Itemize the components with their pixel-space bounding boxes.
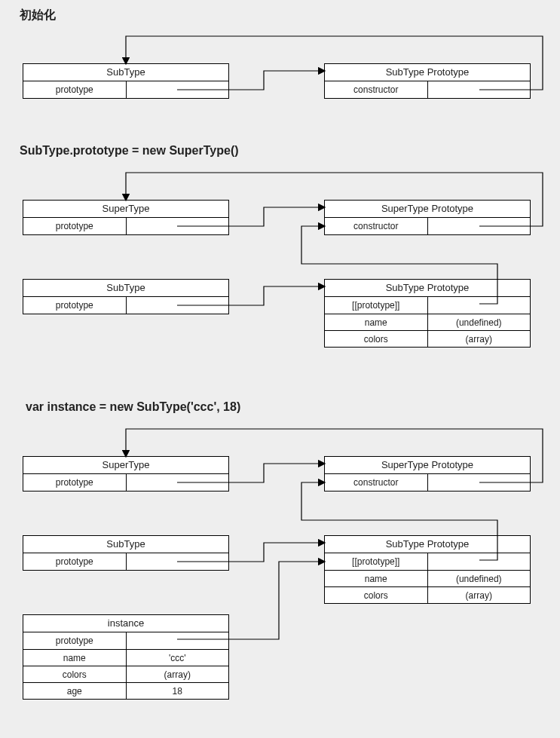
section2-title: SubType.prototype = new SuperType() bbox=[20, 144, 239, 158]
section1-title: 初始化 bbox=[20, 8, 56, 23]
s2-super-left-title: SuperType bbox=[23, 201, 228, 218]
s2-sub-right-r0k: [[prototype]] bbox=[325, 297, 428, 314]
s3-sub-right-title: SubType Prototype bbox=[325, 536, 530, 553]
s1-proto-box: SubType Prototype constructor bbox=[324, 63, 531, 99]
s2-sub-right-r1v: (undefined) bbox=[428, 314, 531, 330]
s2-sub-left-val bbox=[127, 297, 229, 314]
s3-sub-left-title: SubType bbox=[23, 536, 228, 553]
s3-inst-r1v: 'ccc' bbox=[127, 650, 229, 666]
s1-proto-prop-key: constructor bbox=[325, 81, 428, 98]
s3-super-right: SuperType Prototype constructor bbox=[324, 456, 531, 491]
s1-subtype-prop-key: prototype bbox=[23, 81, 127, 98]
s3-super-left-title: SuperType bbox=[23, 457, 228, 474]
s3-super-right-key: constructor bbox=[325, 474, 428, 491]
s3-sub-right-r2k: colors bbox=[325, 587, 428, 603]
s1-subtype-title: SubType bbox=[23, 64, 228, 81]
s2-sub-right-r2k: colors bbox=[325, 331, 428, 347]
s3-super-right-val bbox=[428, 474, 531, 491]
s1-proto-prop-val bbox=[428, 81, 531, 98]
s1-subtype-prop-val bbox=[127, 81, 229, 98]
s3-inst-r0v bbox=[127, 632, 229, 649]
s3-sub-left-val bbox=[127, 553, 229, 570]
s2-super-right-val bbox=[428, 218, 531, 234]
s3-super-left-val bbox=[127, 474, 229, 491]
s3-inst-r2k: colors bbox=[23, 666, 127, 682]
s3-sub-right-r1v: (undefined) bbox=[428, 571, 531, 586]
s3-instance: instance prototype name 'ccc' colors (ar… bbox=[23, 614, 229, 700]
s3-inst-r2v: (array) bbox=[127, 666, 229, 682]
s2-super-left: SuperType prototype bbox=[23, 200, 229, 235]
s3-super-left: SuperType prototype bbox=[23, 456, 229, 491]
s2-super-right-title: SuperType Prototype bbox=[325, 201, 530, 218]
section3-title: var instance = new SubType('ccc', 18) bbox=[26, 400, 240, 414]
s2-super-right-key: constructor bbox=[325, 218, 428, 234]
s3-inst-r1k: name bbox=[23, 650, 127, 666]
s1-subtype-box: SubType prototype bbox=[23, 63, 229, 99]
s3-sub-right-r2v: (array) bbox=[428, 587, 531, 603]
s2-sub-right-r0v bbox=[428, 297, 531, 314]
s3-inst-r3k: age bbox=[23, 683, 127, 699]
s3-sub-left: SubType prototype bbox=[23, 535, 229, 571]
s3-sub-right-r0k: [[prototype]] bbox=[325, 553, 428, 570]
s2-sub-left-key: prototype bbox=[23, 297, 127, 314]
s2-sub-right-r2v: (array) bbox=[428, 331, 531, 347]
s2-super-left-val bbox=[127, 218, 229, 234]
s2-sub-left: SubType prototype bbox=[23, 279, 229, 314]
s3-instance-title: instance bbox=[23, 615, 228, 632]
s3-super-right-title: SuperType Prototype bbox=[325, 457, 530, 474]
s3-sub-right: SubType Prototype [[prototype]] name (un… bbox=[324, 535, 531, 604]
s2-sub-right-title: SubType Prototype bbox=[325, 280, 530, 297]
s3-sub-left-key: prototype bbox=[23, 553, 127, 570]
s3-sub-right-r1k: name bbox=[325, 571, 428, 586]
s1-proto-title: SubType Prototype bbox=[325, 64, 530, 81]
s3-super-left-key: prototype bbox=[23, 474, 127, 491]
s2-super-left-key: prototype bbox=[23, 218, 127, 234]
s2-sub-right-r1k: name bbox=[325, 314, 428, 330]
s3-inst-r3v: 18 bbox=[127, 683, 229, 699]
s3-sub-right-r0v bbox=[428, 553, 531, 570]
s2-sub-right: SubType Prototype [[prototype]] name (un… bbox=[324, 279, 531, 348]
s2-sub-left-title: SubType bbox=[23, 280, 228, 297]
s3-inst-r0k: prototype bbox=[23, 632, 127, 649]
s2-super-right: SuperType Prototype constructor bbox=[324, 200, 531, 235]
